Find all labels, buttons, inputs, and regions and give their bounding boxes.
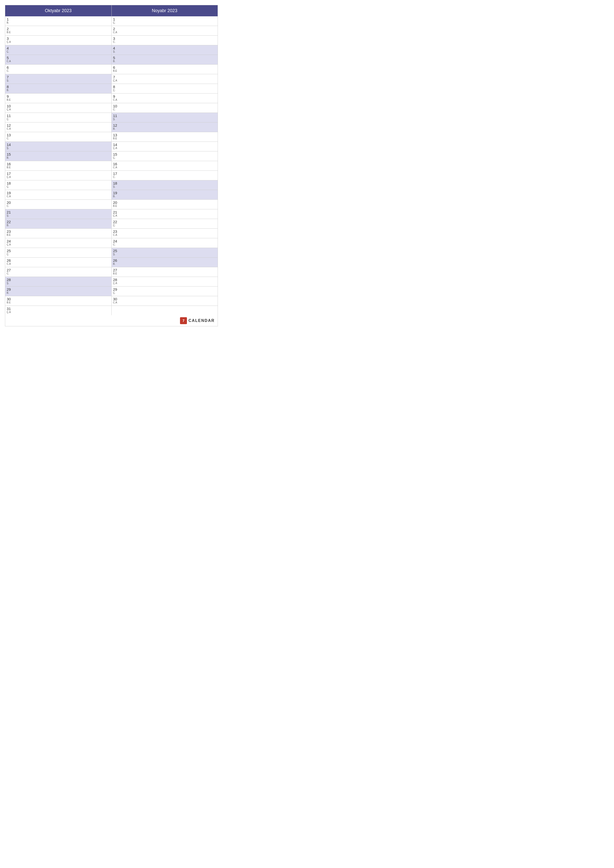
day-name: B.	[7, 21, 110, 24]
day-number: 3	[113, 36, 216, 40]
day-number: 10	[113, 104, 216, 108]
day-number: 2	[113, 27, 216, 31]
day-row: 21Ç.A	[112, 209, 218, 219]
day-row: 3Ç.A	[5, 36, 111, 45]
day-cell: 22B.	[5, 219, 111, 228]
day-number: 17	[113, 172, 216, 176]
day-number: 13	[113, 133, 216, 137]
day-row: 11Ş.	[112, 113, 218, 122]
day-name: C.A	[113, 234, 216, 236]
day-cell: 26B.	[112, 257, 218, 267]
day-cell: 12C.A	[5, 122, 111, 132]
day-cell: 18Ş.	[112, 180, 218, 190]
day-number: 31	[7, 307, 110, 311]
day-name: B.E	[7, 31, 110, 34]
day-cell: 11Ç.	[5, 113, 111, 122]
day-cell: 10C.	[112, 103, 218, 113]
day-number: 19	[113, 191, 216, 195]
day-name: B.	[113, 195, 216, 198]
calendar-icon: 7	[180, 317, 187, 324]
day-row: 17C.	[112, 171, 218, 180]
day-number: 13	[7, 133, 110, 137]
day-name: B.	[7, 157, 110, 159]
calendar-text: CALENDAR	[188, 318, 215, 323]
day-name: C.A	[7, 262, 110, 265]
day-number: 26	[7, 258, 110, 262]
day-number: 17	[7, 172, 110, 176]
day-name: Ç.A	[113, 79, 216, 82]
day-row: 4Ş.	[112, 45, 218, 55]
day-row: 9B.E	[5, 93, 111, 103]
day-cell: 7Ş.	[5, 74, 111, 84]
day-row: 20B.E	[112, 200, 218, 209]
day-name: B.E	[113, 205, 216, 207]
day-name: Ş.	[7, 147, 110, 149]
day-number: 28	[7, 277, 110, 282]
day-number: 5	[113, 56, 216, 60]
day-row: 23C.A	[112, 229, 218, 238]
calendar-logo: 7 CALENDAR	[180, 317, 215, 324]
day-name: Ç.A	[113, 282, 216, 285]
day-cell: 2C.A	[112, 26, 218, 36]
day-name: C.A	[113, 301, 216, 304]
day-row: 18Ç.	[5, 180, 111, 190]
day-cell: 17C.	[112, 171, 218, 180]
day-cell: 20C.	[5, 200, 111, 209]
day-row: 29Ç.	[112, 287, 218, 296]
day-number: 14	[113, 143, 216, 147]
day-name: B.	[7, 89, 110, 91]
day-row: 10Ç.A	[5, 103, 111, 113]
october-days: 1B.2B.E3Ç.A4Ç.5C.A6C.7Ş.8B.9B.E10Ç.A11Ç.…	[5, 16, 111, 315]
day-row: 16B.E	[5, 161, 111, 171]
day-cell: 29Ç.	[112, 287, 218, 296]
day-number: 23	[113, 229, 216, 234]
day-name: Ş.	[113, 253, 216, 256]
day-number: 1	[7, 17, 110, 21]
day-cell: 28Ç.A	[112, 277, 218, 286]
day-name: C.	[7, 205, 110, 207]
day-name: Ç.	[113, 89, 216, 91]
day-cell: 12B.	[112, 122, 218, 132]
day-row: 25Ş.	[112, 248, 218, 257]
day-name: C.A	[113, 31, 216, 34]
day-name: C.A	[7, 127, 110, 130]
day-cell: 26C.A	[5, 257, 111, 267]
day-name: Ş.	[7, 214, 110, 217]
day-row: 9C.A	[112, 93, 218, 103]
day-row: 7Ş.	[5, 74, 111, 84]
day-number: 26	[113, 258, 216, 262]
day-number: 30	[7, 297, 110, 301]
day-cell: 30C.A	[112, 296, 218, 305]
day-name: Ç.A	[7, 311, 110, 313]
day-cell: 29B.	[5, 287, 111, 296]
day-name: Ç.A	[7, 243, 110, 246]
empty-day-row	[112, 306, 218, 315]
day-row: 10C.	[112, 103, 218, 113]
day-number: 27	[113, 268, 216, 272]
day-row: 1B.	[5, 16, 111, 26]
day-row: 13C.	[5, 132, 111, 142]
day-cell: 15B.	[5, 152, 111, 161]
day-number: 18	[7, 181, 110, 185]
day-number: 29	[7, 287, 110, 291]
day-row: 29B.	[5, 287, 111, 296]
day-number: 6	[113, 65, 216, 70]
day-name: B.E	[7, 234, 110, 236]
day-name: C.	[113, 176, 216, 178]
day-name: B.E	[7, 98, 110, 101]
day-cell: 24Ç.A	[5, 238, 111, 248]
day-name: B.E	[113, 70, 216, 72]
day-cell: 9B.E	[5, 93, 111, 103]
day-cell: 6B.E	[112, 65, 218, 74]
day-row: 30B.E	[5, 296, 111, 306]
day-row: 27C.	[5, 267, 111, 277]
day-cell: 2B.E	[5, 26, 111, 36]
day-cell: 31Ç.A	[5, 306, 111, 315]
day-number: 19	[7, 191, 110, 195]
day-row: 23B.E	[5, 229, 111, 238]
day-number: 3	[7, 36, 110, 40]
day-number: 11	[7, 113, 110, 118]
day-number: 21	[113, 210, 216, 214]
day-cell: 24C.	[112, 238, 218, 248]
day-cell: 14Ş.	[5, 142, 111, 151]
